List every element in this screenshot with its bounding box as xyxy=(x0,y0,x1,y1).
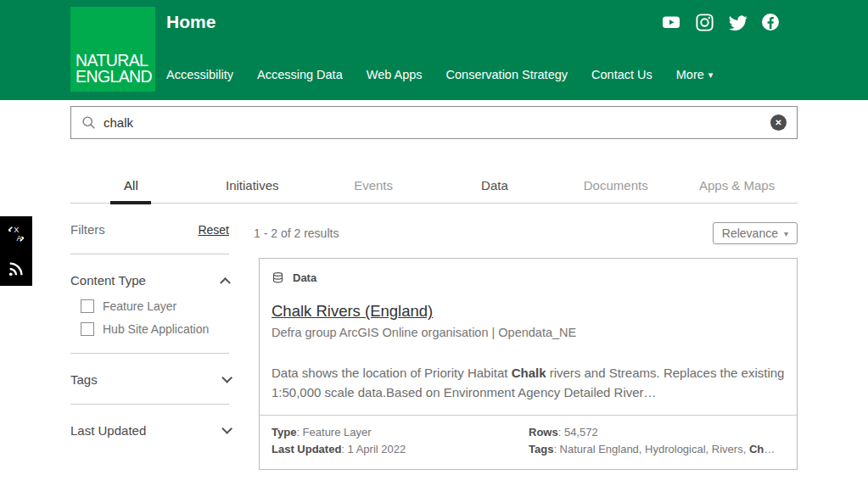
search-input[interactable] xyxy=(104,115,770,130)
chevron-down-icon: ▾ xyxy=(708,70,714,81)
active-tab-underline xyxy=(110,201,151,204)
result-category: Data xyxy=(293,271,316,284)
page-title: Home xyxy=(166,12,216,32)
divider xyxy=(70,353,229,354)
page: NATURAL ENGLAND Home Accessibility Acces… xyxy=(0,0,868,486)
divider xyxy=(70,404,229,405)
search-icon xyxy=(81,115,96,130)
site-header: NATURAL ENGLAND Home Accessibility Acces… xyxy=(0,0,868,100)
chevron-down-icon xyxy=(221,372,232,383)
nav-item-accessing-data[interactable]: Accessing Data xyxy=(257,68,343,81)
logo-line-2: ENGLAND xyxy=(76,69,152,85)
result-meta: Type: Feature Layer Last Updated: 1 Apri… xyxy=(260,415,797,470)
rss-icon[interactable] xyxy=(0,251,32,286)
tab-events[interactable]: Events xyxy=(313,168,434,203)
tab-initiatives[interactable]: Initiatives xyxy=(192,168,313,203)
translate-icon[interactable]: X A xyxy=(0,216,32,251)
result-tabs: All Initiatives Events Data Documents Ap… xyxy=(70,168,798,204)
option-hub-site-application[interactable]: Hub Site Application xyxy=(81,322,229,336)
search-bar: ✕ xyxy=(70,106,798,139)
social-links xyxy=(661,12,781,32)
database-icon xyxy=(272,271,284,284)
facebook-icon[interactable] xyxy=(760,12,781,32)
feature-layer-checkbox[interactable] xyxy=(81,299,94,313)
tab-data[interactable]: Data xyxy=(434,168,555,203)
filter-section-last-updated[interactable]: Last Updated xyxy=(70,423,229,438)
nav-item-contact-us[interactable]: Contact Us xyxy=(591,68,652,81)
nav-item-web-apps[interactable]: Web Apps xyxy=(367,68,423,81)
chevron-down-icon xyxy=(221,423,232,434)
meta-type: Type: Feature Layer xyxy=(272,424,529,442)
main-nav: Accessibility Accessing Data Web Apps Co… xyxy=(166,68,713,81)
tab-documents[interactable]: Documents xyxy=(555,168,676,203)
svg-text:A: A xyxy=(16,234,22,243)
natural-england-logo[interactable]: NATURAL ENGLAND xyxy=(70,7,155,92)
result-source: Defra group ArcGIS Online organisation |… xyxy=(272,326,785,339)
filters-panel: Filters Reset Content Type Feature Layer… xyxy=(70,222,229,438)
sort-dropdown[interactable]: Relevance ▾ xyxy=(713,222,798,244)
result-description: Data shows the location of Priority Habi… xyxy=(272,363,791,403)
results-panel: 1 - 2 of 2 results Relevance ▾ Data Chal… xyxy=(250,222,798,470)
clear-search-icon[interactable]: ✕ xyxy=(770,115,787,131)
meta-rows: Rows: 54,572 xyxy=(529,424,775,442)
nav-item-more[interactable]: More▾ xyxy=(676,68,714,81)
divider xyxy=(70,254,229,254)
option-feature-layer[interactable]: Feature Layer xyxy=(81,299,229,313)
tab-apps-maps[interactable]: Apps & Maps xyxy=(676,168,798,203)
hub-site-application-checkbox[interactable] xyxy=(81,322,94,336)
meta-last-updated: Last Updated: 1 April 2022 xyxy=(272,441,529,459)
filter-section-tags[interactable]: Tags xyxy=(70,372,229,387)
instagram-icon[interactable] xyxy=(694,12,714,32)
result-title-link[interactable]: Chalk Rivers (England) xyxy=(272,302,433,321)
chevron-down-icon: ▾ xyxy=(784,229,788,238)
tab-all[interactable]: All xyxy=(70,168,192,203)
svg-text:X: X xyxy=(14,226,19,234)
results-count: 1 - 2 of 2 results xyxy=(254,226,339,240)
filters-title: Filters xyxy=(70,222,105,237)
twitter-icon[interactable] xyxy=(727,12,748,32)
content-type-options: Feature Layer Hub Site Application xyxy=(81,299,229,336)
chevron-up-icon xyxy=(220,277,231,288)
nav-item-conservation-strategy[interactable]: Conservation Strategy xyxy=(446,68,568,81)
result-card: Data Chalk Rivers (England) Defra group … xyxy=(259,258,798,470)
accessibility-widget: X A xyxy=(0,216,32,286)
nav-item-accessibility[interactable]: Accessibility xyxy=(166,68,233,81)
meta-tags: Tags: Natural England, Hydrological, Riv… xyxy=(529,441,775,459)
filter-section-content-type[interactable]: Content Type xyxy=(70,273,229,288)
reset-filters-link[interactable]: Reset xyxy=(198,223,229,237)
youtube-icon[interactable] xyxy=(661,12,681,32)
